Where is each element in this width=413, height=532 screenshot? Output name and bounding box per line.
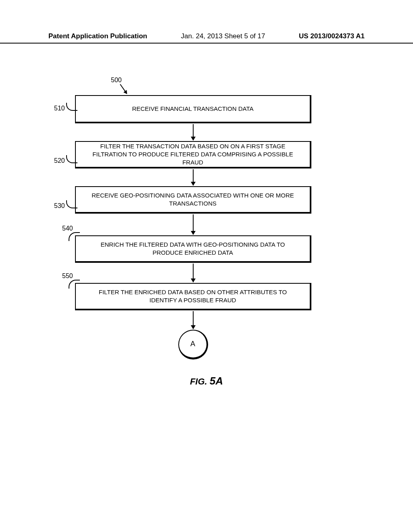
ref-540-leader xyxy=(69,232,80,241)
ref-500-leader-arrow xyxy=(120,84,127,94)
ref-510: 510 xyxy=(54,105,65,112)
page-header: Patent Application Publication Jan. 24, … xyxy=(0,32,413,44)
ref-550-leader xyxy=(69,280,80,289)
ref-520: 520 xyxy=(54,157,65,164)
arrow-550-connector xyxy=(193,311,194,329)
step-box-520: FILTER THE TRANSACTION DATA BASED ON ON … xyxy=(75,141,311,168)
off-page-connector: A xyxy=(178,330,208,360)
step-box-540: ENRICH THE FILTERED DATA WITH GEO-POSITI… xyxy=(75,235,311,263)
ref-510-leader xyxy=(66,103,77,111)
header-left: Patent Application Publication xyxy=(48,32,147,40)
step-box-530: RECEIVE GEO-POSITIONING DATA ASSOCIATED … xyxy=(75,186,311,214)
arrow-530-540 xyxy=(193,214,194,235)
arrow-520-530 xyxy=(193,169,194,185)
ref-530: 530 xyxy=(54,202,65,210)
ref-520-leader xyxy=(66,155,77,163)
figure-number: 5A xyxy=(210,375,223,387)
figure-prefix: FIG. xyxy=(190,376,210,387)
step-box-510: RECEIVE FINANCIAL TRANSACTION DATA xyxy=(75,95,311,123)
flowchart: 500 RECEIVE FINANCIAL TRANSACTION DATA 5… xyxy=(0,73,413,435)
ref-540: 540 xyxy=(62,225,73,232)
ref-530-leader xyxy=(66,200,77,208)
ref-550: 550 xyxy=(62,272,73,280)
header-right: US 2013/0024373 A1 xyxy=(299,32,365,40)
ref-500: 500 xyxy=(111,77,122,84)
step-box-550: FILTER THE ENRICHED DATA BASED ON OTHER … xyxy=(75,283,311,310)
figure-label: FIG. 5A xyxy=(0,375,413,387)
arrow-510-520 xyxy=(193,124,194,140)
header-center: Jan. 24, 2013 Sheet 5 of 17 xyxy=(181,32,265,40)
arrow-540-550 xyxy=(193,264,194,282)
